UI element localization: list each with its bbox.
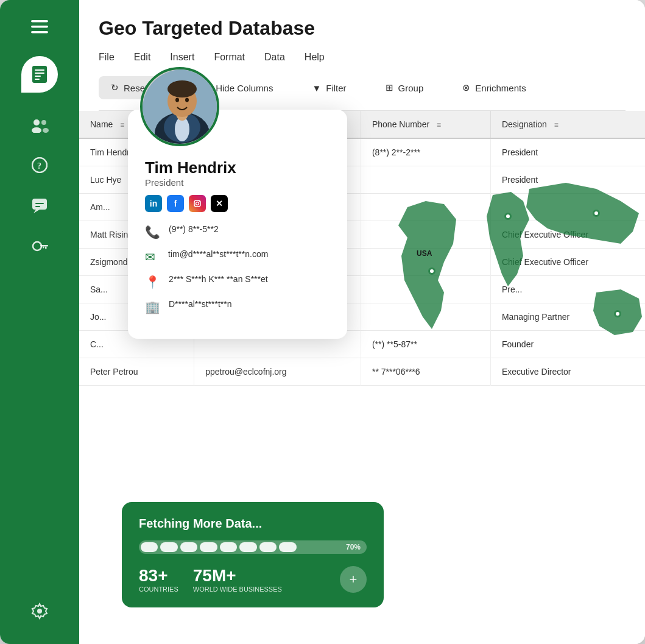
svg-text:?: ?: [37, 161, 41, 171]
location-icon: 📍: [145, 275, 160, 289]
key-nav-item[interactable]: [31, 238, 48, 253]
group-icon: ⊞: [386, 82, 393, 93]
stat-countries-number: 83+: [139, 566, 178, 586]
progress-bar: 70%: [139, 540, 367, 554]
sidebar-nav: ?: [30, 117, 49, 603]
svg-point-31: [616, 312, 619, 316]
svg-point-44: [199, 201, 200, 202]
sidebar: ?: [0, 0, 79, 644]
profile-job-title: President: [145, 177, 330, 188]
enrichments-icon: ⊗: [462, 82, 470, 93]
people-nav-item[interactable]: [30, 117, 49, 133]
filter-icon: ▼: [312, 83, 321, 93]
menu-format[interactable]: Format: [214, 49, 245, 65]
svg-point-11: [43, 128, 49, 133]
svg-point-27: [506, 214, 510, 218]
svg-rect-17: [35, 206, 40, 207]
phone-icon: 📞: [145, 225, 160, 239]
menu-data[interactable]: Data: [264, 49, 285, 65]
stat-plus-button[interactable]: +: [340, 566, 367, 593]
svg-point-40: [175, 98, 179, 102]
menu-bar: File Edit Insert Format Data Help: [99, 49, 626, 65]
svg-point-43: [196, 202, 199, 205]
col-desig-menu-icon[interactable]: ≡: [554, 121, 559, 129]
fetch-title: Fetching More Data...: [139, 517, 367, 531]
progress-segments: [139, 540, 298, 554]
group-button[interactable]: ⊞ Group: [373, 76, 436, 99]
svg-marker-15: [33, 210, 40, 213]
svg-rect-19: [40, 245, 48, 247]
profile-address: 2*** S***h K*** **an S***et: [169, 274, 268, 284]
svg-point-10: [41, 120, 46, 125]
menu-edit[interactable]: Edit: [134, 49, 151, 65]
col-phone-menu-icon[interactable]: ≡: [437, 121, 441, 129]
profile-header: Tim Hendrix President in f ✕ 📞 (9**) 8**…: [145, 158, 330, 314]
profile-email-row: ✉ tim@d****al**st***t**n.com: [145, 249, 330, 264]
svg-point-18: [33, 242, 41, 250]
menu-help[interactable]: Help: [305, 49, 325, 65]
svg-rect-16: [35, 203, 44, 204]
progress-segment-8: [279, 542, 296, 552]
col-phone: Phone Number ≡: [361, 111, 490, 138]
menu-file[interactable]: File: [99, 49, 115, 65]
stat-businesses: 75M+ World Wide Businesses: [193, 566, 282, 593]
profile-address-row: 📍 2*** S***h K*** **an S***et: [145, 274, 330, 289]
cell-designation: President: [490, 138, 645, 166]
fetch-stats: 83+ Countries 75M+ World Wide Businesses…: [139, 566, 367, 593]
svg-rect-4: [35, 69, 44, 71]
help-nav-item[interactable]: ?: [32, 157, 48, 173]
reset-icon: ↻: [111, 82, 119, 93]
building-icon: 🏢: [145, 300, 160, 314]
filter-button[interactable]: ▼ Filter: [300, 77, 358, 99]
profile-company: D****al**st***t**n: [169, 299, 232, 309]
menu-icon[interactable]: [31, 18, 48, 38]
svg-point-41: [185, 98, 189, 102]
enrichments-button[interactable]: ⊗ Enrichments: [450, 76, 538, 99]
menu-insert[interactable]: Insert: [170, 49, 194, 65]
col-menu-icon[interactable]: ≡: [120, 121, 124, 129]
svg-rect-3: [32, 66, 47, 83]
cell-name: Peter Petrou: [79, 358, 194, 386]
profile-phone: (9**) 8**-5**2: [169, 224, 219, 234]
svg-point-39: [167, 80, 197, 97]
fetch-popup: Fetching More Data... 70% 83+ Countries …: [122, 502, 384, 607]
sidebar-bottom: [31, 603, 48, 632]
page-title: Geo Targeted Database: [99, 17, 626, 40]
instagram-icon[interactable]: [189, 195, 206, 212]
linkedin-icon[interactable]: in: [145, 195, 162, 212]
svg-point-22: [37, 609, 42, 614]
svg-text:USA: USA: [417, 249, 432, 258]
progress-segment-4: [200, 542, 217, 552]
profile-company-row: 🏢 D****al**st***t**n: [145, 299, 330, 314]
cell-phone: (8**) 2**-2***: [361, 138, 490, 166]
map-overlay: USA: [389, 171, 645, 402]
svg-rect-1: [31, 26, 48, 28]
social-icons-row: in f ✕: [145, 195, 330, 212]
chat-nav-item[interactable]: [31, 197, 48, 213]
profile-popup: Tim Hendrix President in f ✕ 📞 (9**) 8**…: [128, 110, 347, 339]
svg-point-9: [32, 127, 41, 133]
profile-avatar: [140, 67, 219, 146]
stat-businesses-number: 75M+: [193, 566, 282, 586]
svg-point-25: [430, 269, 434, 273]
progress-segment-1: [141, 542, 158, 552]
svg-rect-7: [35, 79, 40, 80]
sheet-icon[interactable]: [21, 56, 58, 93]
settings-nav-item[interactable]: [31, 603, 48, 620]
profile-phone-row: 📞 (9**) 8**-5**2: [145, 224, 330, 239]
progress-segment-6: [239, 542, 256, 552]
stat-countries: 83+ Countries: [139, 566, 178, 593]
progress-segment-3: [180, 542, 197, 552]
progress-label: 70%: [346, 543, 361, 551]
svg-rect-5: [35, 73, 44, 74]
profile-name: Tim Hendrix: [145, 158, 330, 177]
facebook-icon[interactable]: f: [167, 195, 184, 212]
email-icon: ✉: [145, 250, 160, 264]
svg-rect-21: [43, 247, 44, 249]
stat-businesses-label: World Wide Businesses: [193, 586, 282, 593]
x-icon[interactable]: ✕: [211, 195, 228, 212]
profile-email: tim@d****al**st***t**n.com: [168, 249, 268, 259]
svg-rect-6: [35, 76, 41, 77]
progress-segment-7: [259, 542, 277, 552]
cell-email: ppetrou@eclcofnj.org: [194, 358, 361, 386]
